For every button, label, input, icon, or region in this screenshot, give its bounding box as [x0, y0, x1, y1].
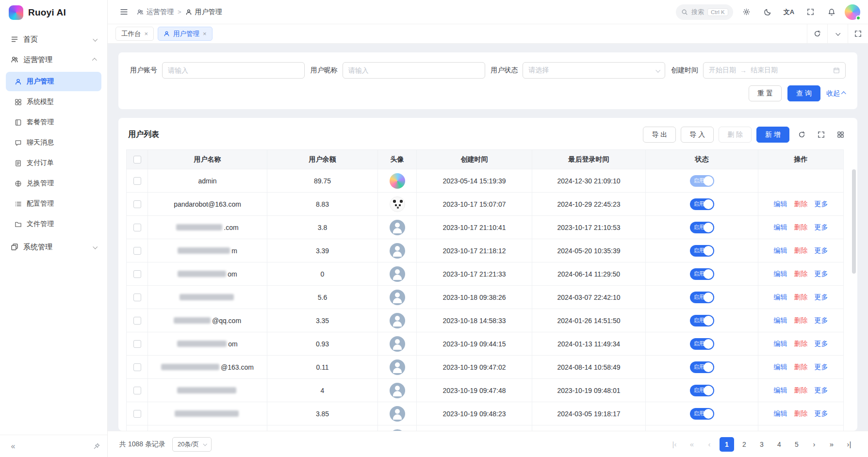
menu-toggle-icon[interactable] [115, 4, 132, 20]
date-range-picker[interactable]: 开始日期 → 结束日期 [703, 62, 846, 79]
query-button[interactable]: 查 询 [787, 85, 820, 101]
page-button-4[interactable]: 4 [772, 437, 786, 452]
notifications-bell-icon[interactable] [823, 4, 840, 20]
row-checkbox[interactable] [133, 224, 141, 231]
more-link[interactable]: 更多 [814, 363, 828, 371]
sidebar-item-system-models[interactable]: 系统模型 [6, 92, 101, 112]
sidebar-item-operations[interactable]: 运营管理 [6, 49, 101, 70]
breadcrumb-operations[interactable]: 运营管理 [137, 8, 174, 16]
breadcrumb-user-management[interactable]: 用户管理 [185, 8, 222, 16]
edit-link[interactable]: 编辑 [774, 270, 787, 277]
sidebar-item-user-management[interactable]: 用户管理 [6, 72, 101, 91]
account-input[interactable] [162, 62, 305, 79]
more-link[interactable]: 更多 [814, 316, 828, 324]
delete-link[interactable]: 删除 [794, 246, 808, 254]
sidebar-item-payment-orders[interactable]: 支付订单 [6, 153, 101, 173]
select-all-checkbox[interactable] [133, 156, 141, 163]
delete-link[interactable]: 删除 [794, 223, 808, 231]
row-checkbox[interactable] [133, 270, 141, 278]
sidebar-item-home[interactable]: 首页 [6, 29, 101, 49]
page-button-3[interactable]: 3 [754, 437, 769, 452]
edit-link[interactable]: 编辑 [774, 363, 787, 371]
dark-mode-moon-icon[interactable] [759, 4, 776, 20]
last-page-button[interactable]: ›| [842, 437, 856, 452]
status-toggle[interactable]: 启用 [690, 408, 714, 420]
import-button[interactable]: 导 入 [681, 127, 714, 143]
row-checkbox[interactable] [133, 177, 141, 185]
pin-icon[interactable] [93, 442, 100, 450]
prev-group-button[interactable]: « [685, 437, 699, 452]
delete-link[interactable]: 删除 [794, 340, 808, 347]
sidebar-item-file-management[interactable]: 文件管理 [6, 214, 101, 234]
edit-link[interactable]: 编辑 [774, 340, 787, 347]
close-icon[interactable]: × [145, 31, 148, 37]
row-checkbox[interactable] [133, 387, 141, 394]
more-link[interactable]: 更多 [814, 386, 828, 394]
status-toggle[interactable]: 启用 [690, 222, 714, 233]
reset-button[interactable]: 重 置 [749, 85, 782, 101]
edit-link[interactable]: 编辑 [774, 223, 787, 231]
more-link[interactable]: 更多 [814, 409, 828, 417]
row-checkbox[interactable] [133, 340, 141, 348]
column-settings-icon[interactable] [833, 128, 848, 142]
more-link[interactable]: 更多 [814, 340, 828, 347]
delete-button[interactable]: 删 除 [719, 127, 752, 143]
delete-link[interactable]: 删除 [794, 409, 808, 417]
next-group-button[interactable]: » [824, 437, 839, 452]
row-checkbox[interactable] [133, 200, 141, 208]
logo[interactable]: Ruoyi AI [0, 0, 107, 25]
status-toggle[interactable]: 启用 [690, 385, 714, 396]
edit-link[interactable]: 编辑 [774, 200, 787, 208]
row-checkbox[interactable] [133, 294, 141, 301]
refresh-icon[interactable] [794, 128, 809, 142]
tab-refresh-icon[interactable] [807, 24, 827, 43]
edit-link[interactable]: 编辑 [774, 409, 787, 417]
status-toggle[interactable]: 启用 [690, 198, 714, 210]
close-icon[interactable]: × [203, 31, 207, 37]
more-link[interactable]: 更多 [814, 246, 828, 254]
nickname-input[interactable] [343, 62, 485, 79]
edit-link[interactable]: 编辑 [774, 246, 787, 254]
tab-user-management[interactable]: 用户管理 × [158, 27, 213, 41]
sidebar-item-package-management[interactable]: 套餐管理 [6, 113, 101, 132]
table-fullscreen-icon[interactable] [814, 128, 828, 142]
more-link[interactable]: 更多 [814, 200, 828, 208]
delete-link[interactable]: 删除 [794, 270, 808, 277]
page-size-select[interactable]: 20条/页 [172, 437, 212, 452]
table-scrollbar[interactable] [852, 169, 856, 274]
user-avatar[interactable] [845, 4, 860, 20]
prev-page-button[interactable]: ‹ [702, 437, 717, 452]
global-search[interactable]: 搜索 Ctrl K [676, 4, 733, 20]
row-checkbox[interactable] [133, 410, 141, 418]
sidebar-item-exchange-management[interactable]: 兑换管理 [6, 174, 101, 193]
status-toggle[interactable]: 启用 [690, 292, 714, 303]
edit-link[interactable]: 编辑 [774, 386, 787, 394]
settings-gear-icon[interactable] [738, 4, 754, 20]
page-button-2[interactable]: 2 [737, 437, 752, 452]
first-page-button[interactable]: |‹ [667, 437, 682, 452]
sidebar-item-config-management[interactable]: 配置管理 [6, 194, 101, 213]
edit-link[interactable]: 编辑 [774, 293, 787, 301]
page-button-5[interactable]: 5 [789, 437, 804, 452]
fullscreen-icon[interactable] [802, 4, 819, 20]
translate-icon[interactable]: 文A [781, 4, 797, 20]
delete-link[interactable]: 删除 [794, 386, 808, 394]
collapse-filters-link[interactable]: 收起 [826, 89, 846, 98]
export-button[interactable]: 导 出 [643, 127, 676, 143]
sidebar-item-chat-messages[interactable]: 聊天消息 [6, 133, 101, 152]
delete-link[interactable]: 删除 [794, 363, 808, 371]
status-toggle[interactable]: 启用 [690, 361, 714, 373]
tab-workbench[interactable]: 工作台 × [115, 27, 154, 41]
add-button[interactable]: 新 增 [756, 127, 789, 143]
status-toggle[interactable]: 启用 [690, 175, 714, 187]
delete-link[interactable]: 删除 [794, 200, 808, 208]
next-page-button[interactable]: › [807, 437, 821, 452]
more-link[interactable]: 更多 [814, 270, 828, 277]
more-link[interactable]: 更多 [814, 223, 828, 231]
delete-link[interactable]: 删除 [794, 316, 808, 324]
status-toggle[interactable]: 启用 [690, 245, 714, 257]
status-select[interactable]: 请选择 [523, 62, 665, 79]
edit-link[interactable]: 编辑 [774, 316, 787, 324]
more-link[interactable]: 更多 [814, 293, 828, 301]
tab-chevron-down-icon[interactable] [827, 24, 848, 43]
